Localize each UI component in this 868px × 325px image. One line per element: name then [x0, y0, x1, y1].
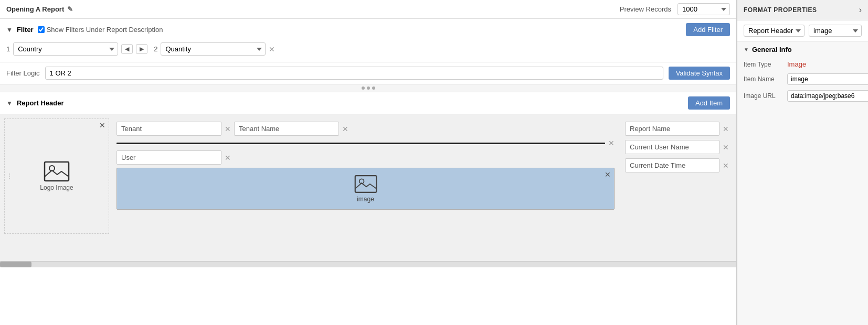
add-item-button[interactable]: Add Item: [688, 96, 730, 110]
image-url-input[interactable]: [787, 90, 868, 102]
user-row: User ✕: [117, 150, 615, 165]
divider-remove-btn[interactable]: ✕: [608, 139, 615, 147]
preview-records-select[interactable]: 1000 100 500 5000: [678, 3, 730, 15]
report-name-box[interactable]: Report Name: [625, 122, 719, 136]
format-selector-row: Report Header image: [737, 20, 868, 41]
item-name-row: Item Name: [744, 73, 862, 85]
user-remove-btn[interactable]: ✕: [225, 154, 231, 162]
item-name-input[interactable]: [787, 73, 868, 85]
tenant-remove-btn[interactable]: ✕: [225, 125, 231, 133]
current-date-time-remove-btn[interactable]: ✕: [723, 161, 729, 170]
filter-remove-2[interactable]: ✕: [269, 45, 275, 53]
tenant-box[interactable]: Tenant: [117, 122, 221, 136]
dots-divider: [0, 84, 736, 92]
image-label-blue: image: [357, 196, 374, 203]
current-user-name-remove-btn[interactable]: ✕: [723, 143, 729, 151]
tenant-name-remove-btn[interactable]: ✕: [342, 125, 348, 133]
current-user-name-row: Current User Name ✕: [625, 140, 729, 154]
expand-panel-btn[interactable]: ›: [859, 5, 862, 15]
current-date-time-box[interactable]: Current Date Time: [625, 158, 719, 172]
logo-label: Logo Image: [40, 184, 73, 191]
general-info-header[interactable]: ▼ General Info: [744, 46, 862, 53]
h-divider: [117, 143, 605, 144]
scroll-thumb: [0, 262, 31, 267]
format-properties-title: FORMAT PROPERTIES: [744, 6, 817, 14]
general-info-section: ▼ General Info Item Type Image Item Name…: [737, 41, 868, 111]
image-cell-blue[interactable]: ✕ image: [117, 168, 615, 210]
user-box[interactable]: User: [117, 150, 221, 165]
show-filters-checkbox[interactable]: [38, 26, 45, 33]
filter-select-2[interactable]: Quantity Country Region: [161, 42, 266, 56]
add-filter-button[interactable]: Add Filter: [686, 23, 730, 36]
section-header: ▼ Report Header Add Item: [0, 92, 736, 114]
format-properties-header: FORMAT PROPERTIES ›: [737, 0, 868, 20]
edit-icon[interactable]: ✎: [67, 5, 73, 13]
item-type-label: Item Type: [744, 59, 783, 68]
format-type-select[interactable]: image: [809, 25, 862, 37]
validate-syntax-button[interactable]: Validate Syntax: [669, 67, 730, 80]
svg-rect-0: [45, 162, 69, 181]
tenant-row: Tenant ✕ Tenant Name ✕: [117, 122, 615, 136]
format-properties-panel: FORMAT PROPERTIES › Report Header image …: [737, 0, 868, 325]
filter-prev-1[interactable]: ◀: [121, 44, 133, 54]
show-filters-label[interactable]: Show Filters Under Report Description: [38, 26, 163, 34]
svg-rect-2: [355, 176, 376, 192]
item-type-row: Item Type Image: [744, 59, 862, 68]
image-blue-remove-btn[interactable]: ✕: [605, 170, 611, 179]
report-name-row: Report Name ✕: [625, 122, 729, 136]
filter-num-1: 1: [6, 45, 10, 53]
filter-logic-label: Filter Logic: [6, 69, 40, 77]
preview-records-label: Preview Records: [620, 5, 671, 13]
report-header-title: Report Header: [17, 99, 64, 107]
current-user-name-box[interactable]: Current User Name: [625, 140, 719, 154]
image-url-row: Image URL: [744, 90, 862, 102]
filter-row-1: 1 Country Quantity Region ◀ ▶: [6, 42, 147, 56]
logo-image-icon: [44, 161, 70, 182]
report-title: Opening A Report: [6, 5, 64, 13]
header-bar: Opening A Report ✎ Preview Records 1000 …: [0, 0, 736, 19]
image-url-label: Image URL: [744, 90, 783, 100]
logo-remove-btn[interactable]: ✕: [99, 121, 105, 129]
divider-row: ✕: [117, 139, 615, 147]
filter-next-1[interactable]: ▶: [136, 44, 147, 54]
report-name-remove-btn[interactable]: ✕: [723, 125, 729, 133]
triangle-icon: ▼: [744, 47, 749, 52]
general-info-label: General Info: [752, 46, 792, 53]
dot-2: [367, 86, 370, 90]
item-type-value: Image: [787, 59, 862, 68]
logo-icon-wrap: Logo Image: [40, 161, 73, 191]
drag-handle[interactable]: ⋮: [6, 172, 13, 180]
filter-num-2: 2: [154, 45, 157, 53]
report-header-section: ▼ Report Header Add Item ✕ ⋮: [0, 92, 736, 325]
format-section-select[interactable]: Report Header: [744, 25, 805, 37]
bottom-scrollbar[interactable]: [0, 261, 736, 267]
filter-select-1[interactable]: Country Quantity Region: [13, 42, 118, 56]
dot-1: [362, 86, 365, 90]
right-items-column: Report Name ✕ Current User Name ✕ Curren…: [622, 118, 732, 176]
item-name-label: Item Name: [744, 73, 783, 83]
filter-collapse-btn[interactable]: ▼: [6, 26, 13, 34]
report-canvas: ✕ ⋮ Logo Image Tenant: [0, 114, 736, 261]
filter-label: Filter: [17, 26, 34, 34]
image-icon-blue: [354, 175, 377, 193]
current-date-time-row: Current Date Time ✕: [625, 158, 729, 172]
filter-section: ▼ Filter Show Filters Under Report Descr…: [0, 19, 736, 62]
dot-3: [372, 86, 375, 90]
filter-row-2: 2 Quantity Country Region ✕: [154, 42, 275, 56]
tenant-name-box[interactable]: Tenant Name: [234, 122, 339, 136]
filter-rows: 1 Country Quantity Region ◀ ▶ 2 Quantity…: [6, 40, 730, 58]
report-header-collapse-btn[interactable]: ▼: [6, 100, 13, 107]
filter-logic-bar: Filter Logic Validate Syntax: [0, 62, 736, 84]
logo-cell: ✕ ⋮ Logo Image: [4, 118, 109, 234]
filter-logic-input[interactable]: [45, 67, 663, 80]
middle-column: Tenant ✕ Tenant Name ✕ ✕ User ✕: [113, 118, 618, 213]
